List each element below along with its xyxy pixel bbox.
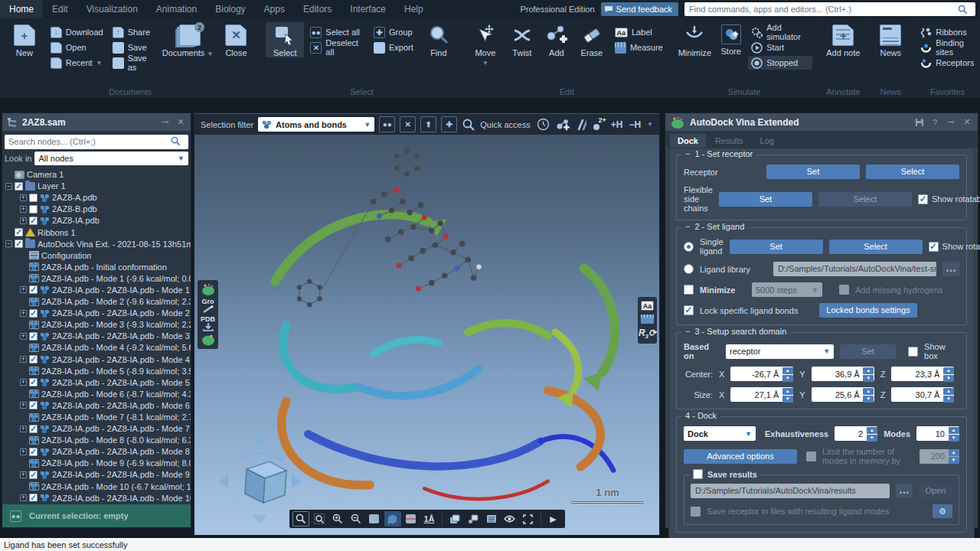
tree-item[interactable]: 2AZ8-IA.pdb - 2AZ8-IA.pdb - Mode 6 (-8.7…: [5, 399, 191, 411]
current-selection-bar[interactable]: ●● Current selection: empty: [2, 504, 191, 527]
gromacs-wizard-button[interactable]: Gro: [200, 298, 217, 313]
center-x-field[interactable]: -26,7 Å▲▼: [730, 367, 793, 381]
bond-icon[interactable]: [576, 119, 586, 131]
menu-animation[interactable]: Animation: [147, 0, 206, 18]
gear-icon[interactable]: ⚙: [933, 504, 952, 518]
dock-mode-dropdown[interactable]: Dock▼: [684, 426, 756, 441]
expander-icon[interactable]: [20, 448, 27, 455]
ligand-library-path[interactable]: D:/Samples/Tutorials/AutoDockVina/test-s…: [773, 262, 936, 276]
expander-icon[interactable]: [20, 310, 27, 317]
tree-item[interactable]: 2AZ8-A.pdb: [5, 192, 191, 204]
visibility-checkbox[interactable]: [29, 194, 38, 202]
spinner-buttons[interactable]: ▲▼: [782, 387, 793, 402]
help-icon[interactable]: ?: [929, 118, 940, 127]
receptor-select-button[interactable]: Select: [866, 165, 959, 179]
limit-modes-checkbox[interactable]: [806, 452, 816, 461]
tree-item[interactable]: 2AZ8-IA.pdb - Mode 8 (-8.0 kcal/mol; 6.3…: [5, 435, 191, 446]
tree-item[interactable]: 2AZ8-IA.pdb - Initial conformation: [5, 261, 191, 272]
tree-item[interactable]: 2AZ8-IA.pdb - Mode 4 (-9.2 kcal/mol; 5.6…: [5, 342, 191, 354]
play-button[interactable]: ▶: [545, 511, 562, 527]
tree-item[interactable]: 2AZ8-IA.pdb - 2AZ8-IA.pdb - Mode 3 (-9.3…: [5, 331, 191, 342]
collapse-icon[interactable]: −: [685, 149, 690, 158]
center-z-field[interactable]: 23,3 Å▲▼: [891, 367, 954, 381]
size-z-field[interactable]: 30,7 Å▲▼: [891, 387, 954, 402]
command-search-input[interactable]: [684, 2, 975, 16]
deselect-button[interactable]: ✕: [400, 116, 416, 132]
visibility-checkbox[interactable]: [29, 471, 38, 479]
ligand-set-button[interactable]: Set: [730, 240, 823, 254]
tree-item[interactable]: Layer 1: [5, 181, 191, 192]
visibility-checkbox[interactable]: [29, 448, 38, 456]
pdb-download-button[interactable]: PDB: [200, 315, 217, 331]
tree-item[interactable]: 2AZ8-IA.pdb - 2AZ8-IA.pdb - Mode 1 (-9.6…: [5, 284, 191, 295]
zoom-region-button[interactable]: [311, 511, 328, 527]
visibility-checkbox[interactable]: [29, 205, 38, 214]
favorite-ribbons-button[interactable]: Ribbons: [917, 25, 977, 39]
menu-help[interactable]: Help: [395, 0, 433, 18]
measure-tool-button[interactable]: [641, 315, 654, 324]
add-hydrogens-button[interactable]: +H: [611, 119, 623, 130]
collapse-icon[interactable]: −: [685, 327, 690, 336]
node-search-input[interactable]: [5, 135, 188, 149]
minimize-steps-dropdown[interactable]: 5000 steps▼: [752, 282, 822, 297]
visibility-checkbox[interactable]: [29, 217, 38, 225]
add-atom-icon[interactable]: [556, 119, 570, 131]
domain-set-button[interactable]: Set: [840, 344, 896, 359]
spinner-buttons[interactable]: ▲▼: [863, 367, 874, 381]
tree-item[interactable]: 2AZ8-IA.pdb - 2AZ8-IA.pdb - Mode 4 (-9.2…: [5, 354, 191, 365]
save-as-button[interactable]: Save as: [109, 56, 159, 70]
units-button[interactable]: 1Å: [421, 511, 438, 527]
save-settings-icon[interactable]: [915, 118, 924, 127]
tree-item[interactable]: 2AZ8-IA.pdb - Mode 1 (-9.6 kcal/mol; 0.0…: [5, 272, 191, 284]
single-ligand-radio[interactable]: [684, 242, 694, 252]
tree-item[interactable]: 2AZ8-IA.pdb - Mode 10 (-6.7 kcal/mol; 15…: [5, 481, 191, 492]
size-y-field[interactable]: 25,6 Å▲▼: [812, 387, 874, 402]
tree-item[interactable]: 2AZ8-IA.pdb - 2AZ8-IA.pdb - Mode 10 (-6.…: [5, 492, 191, 501]
remove-hydrogens-button[interactable]: −H: [629, 119, 641, 130]
snapshot-button[interactable]: [446, 511, 463, 527]
visibility-checkbox[interactable]: [29, 332, 38, 341]
add-button[interactable]: Add: [541, 22, 572, 57]
visibility-checkbox[interactable]: [15, 240, 23, 248]
modes-field[interactable]: 10▲▼: [916, 426, 959, 441]
send-feedback-button[interactable]: Send feedback: [601, 2, 678, 16]
browse-ligand-library-button[interactable]: ...: [942, 262, 959, 276]
visibility-checkbox[interactable]: [29, 309, 38, 318]
tree-item[interactable]: 2AZ8-IA.pdb - Mode 9 (-6.9 kcal/mol; 8.0…: [5, 458, 191, 469]
fullscreen-button[interactable]: [520, 511, 537, 527]
visibility-checkbox[interactable]: [29, 425, 38, 433]
visibility-checkbox[interactable]: [15, 228, 23, 236]
lock-ligand-bonds-checkbox[interactable]: [684, 305, 694, 315]
spinner-buttons[interactable]: ▲▼: [866, 426, 877, 441]
tree-item[interactable]: Camera 1: [5, 169, 191, 181]
tree-item[interactable]: 2AZ8-IA.pdb - 2AZ8-IA.pdb - Mode 2 (-9.6…: [5, 308, 191, 319]
rotation-tool-button[interactable]: R3⟳: [639, 328, 656, 340]
spinner-buttons[interactable]: ▲▼: [942, 367, 954, 381]
ligand-show-rotatable-checkbox[interactable]: [929, 242, 939, 252]
show-rotatable-bonds-checkbox[interactable]: [918, 194, 928, 204]
expander-icon[interactable]: [20, 333, 27, 340]
download-button[interactable]: Download: [47, 25, 106, 39]
tab-log[interactable]: Log: [753, 134, 782, 148]
locked-bonds-settings-button[interactable]: Locked bonds settings: [819, 303, 917, 318]
measure-button[interactable]: Measure: [612, 41, 666, 54]
tab-dock[interactable]: Dock: [670, 134, 706, 148]
menu-home[interactable]: Home: [0, 0, 43, 18]
documents-button[interactable]: 2 Documents ▼: [162, 22, 214, 57]
grid-plane-button[interactable]: [403, 511, 420, 527]
collapse-icon[interactable]: −: [685, 222, 690, 231]
minimize-checkbox[interactable]: [684, 285, 694, 295]
menu-biology[interactable]: Biology: [206, 0, 254, 18]
recent-button[interactable]: Recent▼: [47, 56, 106, 70]
stopped-button[interactable]: Stopped: [748, 56, 812, 70]
tree-item[interactable]: Ribbons 1: [5, 227, 191, 238]
expander-icon[interactable]: [20, 194, 27, 201]
spinner-buttons[interactable]: ▲▼: [782, 367, 793, 381]
zoom-in-button[interactable]: [329, 511, 346, 527]
expander-icon[interactable]: [20, 494, 27, 501]
news-button[interactable]: News: [874, 22, 907, 57]
zoom-tool-button[interactable]: [292, 511, 309, 527]
center-y-field[interactable]: 36,9 Å▲▼: [812, 367, 874, 381]
deselect-all-button[interactable]: ✕Deselect all: [307, 41, 368, 54]
select-parent-button[interactable]: ⬆: [420, 116, 436, 132]
